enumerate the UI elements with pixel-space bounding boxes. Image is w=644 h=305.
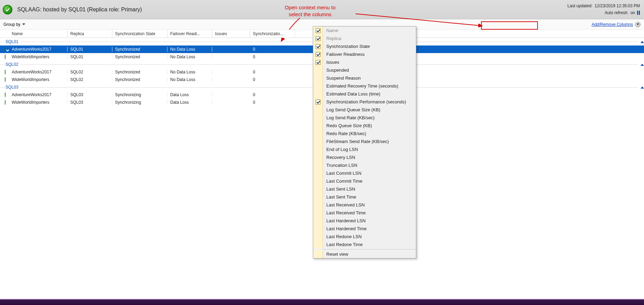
context-menu-item[interactable]: Redo Rate (KB/sec): [313, 130, 416, 138]
add-remove-columns-label: Add/Remove Columns: [592, 22, 633, 27]
checkbox-icon: [316, 36, 320, 41]
col-sync-state[interactable]: Synchronization State: [112, 30, 167, 38]
menu-item-label: Estimated Recovery Time (seconds): [323, 83, 398, 89]
cell-replica: SQL01: [68, 54, 112, 59]
status-ok-icon: [3, 5, 12, 14]
group-name: SQL02: [6, 62, 20, 67]
context-menu-item[interactable]: Synchronization Performance (seconds): [313, 98, 416, 106]
check-column: [313, 161, 323, 169]
status-ok-icon: [5, 47, 6, 52]
context-menu-item[interactable]: Last Commit LSN: [313, 169, 416, 177]
cell-name: AdventureWorks2017: [9, 47, 68, 52]
page-title: SQLAAG: hosted by SQL01 (Replica role: P…: [17, 7, 142, 13]
add-remove-columns-link[interactable]: Add/Remove Columns: [592, 22, 641, 27]
status-ok-icon: [5, 70, 6, 74]
check-column: [313, 185, 323, 193]
context-menu-item[interactable]: Failover Readiness: [313, 50, 416, 58]
group-name: SQL03: [6, 85, 20, 90]
collapse-icon[interactable]: [638, 85, 644, 90]
menu-item-label: Recovery LSN: [323, 155, 355, 160]
check-column: [313, 250, 323, 258]
context-menu-item[interactable]: Last Received Time: [313, 209, 416, 217]
context-menu-item[interactable]: Last Redone LSN: [313, 233, 416, 241]
menu-item-label: Estimated Data Loss (time): [323, 91, 380, 96]
cell-perf: 0: [250, 70, 295, 74]
cell-sync: Synchronized: [112, 77, 167, 82]
collapse-icon[interactable]: [638, 39, 644, 44]
cell-sync: Synchronizing: [112, 92, 167, 97]
cell-replica: SQL03: [68, 92, 112, 97]
cell-name: AdventureWorks2017: [9, 92, 68, 97]
menu-item-label: Replica: [323, 36, 341, 41]
col-sync-perf[interactable]: Synchronizatio...: [250, 30, 295, 38]
context-menu-item[interactable]: End of Log LSN: [313, 145, 416, 153]
checkbox-icon: [316, 60, 320, 65]
check-column: [313, 138, 323, 145]
cell-failover: No Data Loss: [167, 54, 212, 59]
pause-icon[interactable]: [637, 11, 640, 15]
context-menu-item[interactable]: Estimated Data Loss (time): [313, 90, 416, 98]
check-column: [313, 98, 323, 106]
groupby-dropdown[interactable]: Group by: [3, 22, 25, 27]
collapse-icon[interactable]: [638, 62, 644, 67]
check-column: [313, 201, 323, 209]
context-menu-item[interactable]: Truncation LSN: [313, 161, 416, 169]
cell-sync: Synchronized: [112, 47, 167, 52]
check-column: [313, 114, 323, 122]
context-menu-item[interactable]: Last Commit Time: [313, 177, 416, 185]
menu-item-label: Suspended: [323, 68, 349, 73]
context-menu-item[interactable]: Suspended: [313, 66, 416, 74]
menu-item-label: Last Redone Time: [323, 242, 363, 247]
context-menu-item[interactable]: FileStream Send Rate (KB/sec): [313, 138, 416, 145]
col-issues[interactable]: Issues: [212, 30, 250, 38]
col-name[interactable]: Name: [9, 30, 68, 38]
cell-name: WideWorldImporters: [9, 54, 68, 59]
context-menu-item[interactable]: Estimated Recovery Time (seconds): [313, 82, 416, 90]
context-menu-item[interactable]: Synchronization State: [313, 42, 416, 50]
columns-context-menu[interactable]: NameReplicaSynchronization StateFailover…: [313, 26, 416, 258]
cell-failover: No Data Loss: [167, 77, 212, 82]
context-menu-item[interactable]: Last Sent LSN: [313, 185, 416, 193]
context-menu-item[interactable]: Issues: [313, 58, 416, 66]
context-menu-item[interactable]: Last Sent Time: [313, 193, 416, 201]
cell-perf: 0: [250, 92, 295, 97]
status-ok-icon: [5, 92, 6, 97]
check-column: [313, 233, 323, 241]
status-ok-icon: [5, 100, 6, 105]
cell-name: WideWorldImporters: [9, 77, 68, 82]
col-failover[interactable]: Failover Readi...: [167, 30, 212, 38]
context-menu-reset[interactable]: Reset view: [313, 250, 416, 258]
context-menu-item[interactable]: Log Send Rate (KB/sec): [313, 114, 416, 122]
check-column: [313, 27, 323, 34]
menu-item-label: Last Received Time: [323, 210, 366, 215]
context-menu-item[interactable]: Recovery LSN: [313, 153, 416, 161]
col-replica[interactable]: Replica: [68, 30, 112, 38]
menu-item-label: FileStream Send Rate (KB/sec): [323, 139, 389, 144]
context-menu-item[interactable]: Last Redone Time: [313, 241, 416, 248]
cell-sync: Synchronized: [112, 54, 167, 59]
menu-item-label: End of Log LSN: [323, 147, 358, 152]
check-column: [313, 50, 323, 58]
cell-replica: SQL03: [68, 100, 112, 105]
context-menu-item[interactable]: Redo Queue Size (KB): [313, 122, 416, 130]
header-status: Last updated: 12/23/2019 12:35:03 PM Aut…: [568, 3, 640, 16]
checkbox-icon: [316, 52, 320, 57]
menu-item-label: Last Redone LSN: [323, 234, 362, 239]
cell-replica: SQL02: [68, 77, 112, 82]
check-column: [313, 34, 323, 42]
context-menu-item[interactable]: Last Hardened LSN: [313, 217, 416, 225]
menu-item-label: Issues: [323, 60, 339, 65]
menu-item-label: Last Hardened Time: [323, 226, 367, 231]
cell-failover: Data Loss: [167, 92, 212, 97]
context-menu-item[interactable]: Suspend Reason: [313, 74, 416, 82]
context-menu-item[interactable]: Last Received LSN: [313, 201, 416, 209]
menu-item-label: Synchronization State: [323, 44, 370, 49]
status-ok-icon: [5, 77, 6, 82]
cell-failover: No Data Loss: [167, 70, 212, 74]
dashboard-header: SQLAAG: hosted by SQL01 (Replica role: P…: [0, 0, 644, 19]
context-menu-item[interactable]: Log Send Queue Size (KB): [313, 106, 416, 114]
context-menu-item[interactable]: Last Hardened Time: [313, 225, 416, 233]
cell-perf: 0: [250, 100, 295, 105]
auto-refresh-value: on: [631, 10, 635, 16]
check-column: [313, 217, 323, 225]
